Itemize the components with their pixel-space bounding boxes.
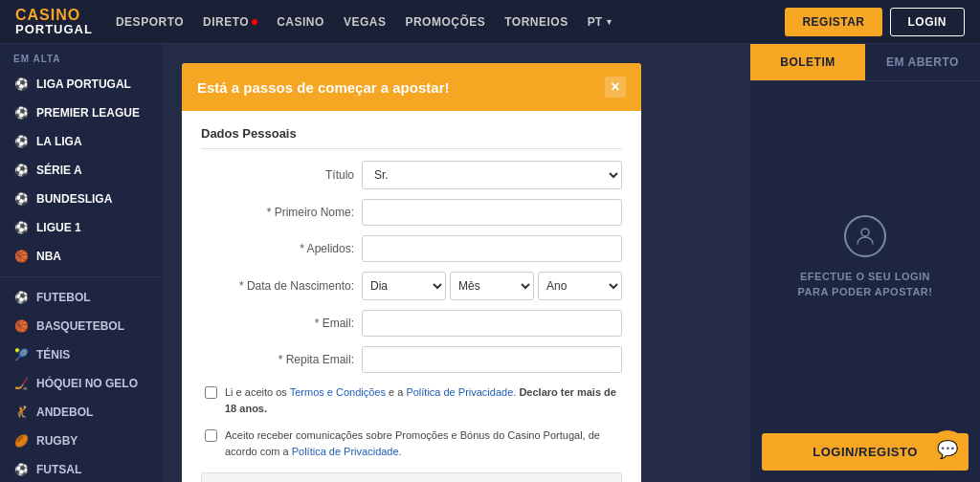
dia-select[interactable]: Dia [362,272,446,300]
sidebar-item-serie-a[interactable]: ⚽ SÉRIE A [0,156,163,185]
register-button[interactable]: REGISTAR [785,8,881,36]
tab-em-aberto[interactable]: EM ABERTO [865,44,980,80]
form-wrapper: Está a passos de começar a apostar! × Da… [163,44,750,482]
sidebar-item-futsal[interactable]: ⚽ FUTSAL [0,455,163,482]
sidebar-label: SÉRIE A [36,164,82,177]
user-icon [844,215,886,257]
sidebar-label: PREMIER LEAGUE [36,106,140,120]
sidebar-label: FUTSAL [36,463,81,476]
sidebar-item-hoquei[interactable]: 🏒 HÓQUEI NO GELO [0,369,163,398]
sidebar-label: HÓQUEI NO GELO [36,377,138,390]
data-nascimento-row: * Data de Nascimento: Dia Mês Ano [201,272,622,300]
sidebar-item-premier-league[interactable]: ⚽ PREMIER LEAGUE [0,99,163,127]
soccer-icon: ⚽ [13,462,29,477]
nav-vegas[interactable]: VEGAS [344,15,387,29]
basketball-icon: 🏀 [13,318,29,334]
basketball-icon: 🏀 [13,249,29,264]
promo-checkbox[interactable] [205,429,217,442]
sidebar-label: BUNDESLIGA [36,192,112,206]
sidebar-label: LA LIGA [36,135,82,148]
handball-icon: 🤾 [13,405,29,420]
logo-portugal: PORTUGAL [15,23,93,36]
login-button[interactable]: LOGIN [890,8,966,36]
registration-modal: Está a passos de começar a apostar! × Da… [182,63,641,482]
chat-icon: 💬 [937,439,958,460]
date-group: Dia Mês Ano [362,272,622,300]
apelidos-input[interactable] [362,235,622,262]
nav-casino[interactable]: CASINO [277,15,324,29]
soccer-icon: ⚽ [13,290,29,305]
privacy-link2[interactable]: Política de Privacidade [292,446,399,457]
mes-select[interactable]: Mês [450,272,534,300]
sidebar-item-rugby[interactable]: 🏉 RUGBY [0,427,163,455]
sidebar-divider [0,276,163,277]
nav-buttons: REGISTAR LOGIN [785,8,965,36]
sidebar-item-andebol[interactable]: 🤾 ANDEBOL [0,398,163,427]
primeiro-nome-input[interactable] [362,199,622,226]
sidebar-item-bundesliga[interactable]: ⚽ BUNDESLIGA [0,185,163,213]
boletim-panel: BOLETIM EM ABERTO EFECTUE O SEU LOGINPAR… [750,44,980,482]
repita-email-input[interactable] [362,346,622,373]
modal-body: Dados Pessoais Título Sr. Sra. Dr. Dra. [182,111,641,482]
sidebar-label: TÉNIS [36,348,70,362]
terms-checkbox-row: Li e aceito os Termos e Condições e a Po… [201,384,622,416]
tab-boletim[interactable]: BOLETIM [750,44,865,80]
repita-email-row: * Repita Email: [201,346,622,373]
language-selector[interactable]: PT ▼ [588,15,613,29]
terms-checkbox[interactable] [205,386,217,399]
tennis-icon: 🎾 [13,347,29,362]
primeiro-nome-row: * Primeiro Nome: [201,199,622,226]
sidebar-item-nba[interactable]: 🏀 NBA [0,242,163,271]
sidebar-item-tenis[interactable]: 🎾 TÉNIS [0,340,163,369]
soccer-icon: ⚽ [13,134,29,149]
sidebar-label: ANDEBOL [36,405,93,419]
content-area: Está a passos de começar a apostar! × Da… [163,44,980,482]
top-navigation: CASINO PORTUGAL DESPORTO DIRETO CASINO V… [0,0,980,44]
language-label: PT [588,15,602,29]
repita-email-label: * Repita Email: [201,353,354,366]
chat-button[interactable]: 💬 [928,430,967,469]
terms-link[interactable]: Termos e Condições [290,386,386,398]
titulo-row: Título Sr. Sra. Dr. Dra. [201,161,622,189]
titulo-select[interactable]: Sr. Sra. Dr. Dra. [362,161,622,189]
sidebar-label: NBA [36,250,61,263]
login-prompt: EFECTUE O SEU LOGINPARA PODER APOSTAR! [798,269,933,300]
boletim-body: EFECTUE O SEU LOGINPARA PODER APOSTAR! [750,81,980,433]
sidebar-label: LIGUE 1 [36,221,81,234]
soccer-icon: ⚽ [13,77,29,92]
soccer-icon: ⚽ [13,220,29,235]
sidebar-label: FUTEBOL [36,291,91,304]
sidebar-item-basquetebol[interactable]: 🏀 BASQUETEBOL [0,312,163,340]
rugby-icon: 🏉 [13,433,29,449]
sidebar-item-liga-portugal[interactable]: ⚽ LIGA PORTUGAL [0,70,163,99]
primeiro-nome-label: * Primeiro Nome: [201,206,354,219]
titulo-label: Título [201,168,354,182]
email-input[interactable] [362,310,622,337]
sidebar-label: RUGBY [36,434,78,448]
section-title: Dados Pessoais [201,126,622,149]
soccer-icon: ⚽ [13,191,29,207]
terms-text: Li e aceito os Termos e Condições e a Po… [225,384,618,416]
logo[interactable]: CASINO PORTUGAL [15,7,93,37]
ano-select[interactable]: Ano [538,272,622,300]
sidebar-item-ligue1[interactable]: ⚽ LIGUE 1 [0,213,163,242]
data-nascimento-label: * Data de Nascimento: [201,279,354,293]
nav-desporto[interactable]: DESPORTO [116,15,184,29]
nav-torneios[interactable]: TORNEIOS [504,15,568,29]
continue-button[interactable]: CONTINUAR 1/4 [201,472,622,482]
modal-close-button[interactable]: × [605,77,626,98]
live-dot [252,19,257,25]
privacy-link[interactable]: Política de Privacidade [406,386,513,398]
promo-text: Aceito receber comunicações sobre Promoç… [225,427,618,459]
promo-checkbox-row: Aceito receber comunicações sobre Promoç… [201,427,622,459]
nav-links: DESPORTO DIRETO CASINO VEGAS PROMOÇÕES T… [116,15,785,29]
nav-promocoes[interactable]: PROMOÇÕES [405,15,485,29]
soccer-icon: ⚽ [13,105,29,120]
logo-casino: CASINO [15,7,93,24]
email-row: * Email: [201,310,622,337]
nav-direto[interactable]: DIRETO [203,15,257,29]
sidebar: EM ALTA ⚽ LIGA PORTUGAL ⚽ PREMIER LEAGUE… [0,44,163,482]
sidebar-item-futebol[interactable]: ⚽ FUTEBOL [0,283,163,312]
sidebar-item-la-liga[interactable]: ⚽ LA LIGA [0,127,163,156]
apelidos-row: * Apelidos: [201,235,622,262]
